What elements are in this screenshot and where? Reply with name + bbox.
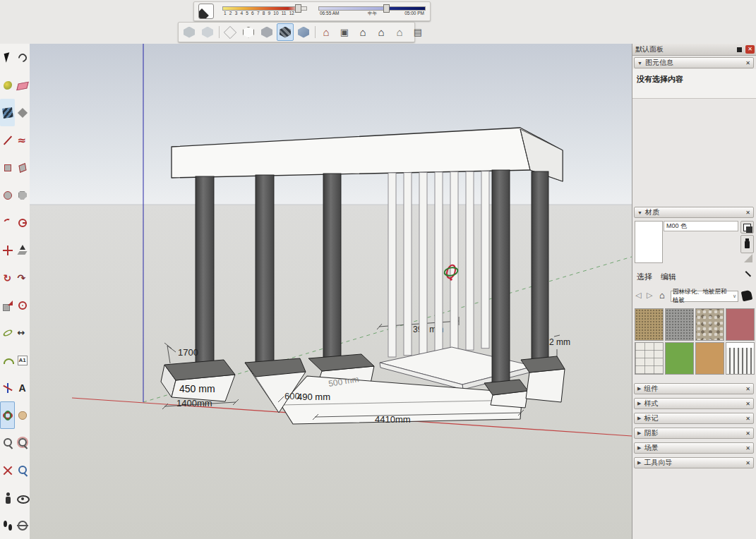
tool-rectangle[interactable] bbox=[0, 154, 15, 181]
tool-arc[interactable] bbox=[0, 209, 15, 236]
material-name-input[interactable] bbox=[664, 221, 738, 231]
entity-info-header[interactable]: ▼ 图元信息 ✕ bbox=[634, 57, 754, 68]
section-close-icon[interactable]: ✕ bbox=[745, 430, 750, 437]
viewport-canvas[interactable]: 390 mm bbox=[30, 44, 632, 539]
section-components[interactable]: ▶ 组件 ✕ bbox=[634, 383, 754, 394]
column-3[interactable] bbox=[323, 174, 341, 358]
tool-text[interactable] bbox=[15, 346, 30, 374]
tool-protractor[interactable] bbox=[0, 346, 15, 374]
tool-eraser[interactable] bbox=[15, 71, 30, 99]
tool-rotate[interactable] bbox=[0, 264, 15, 291]
style-xray[interactable] bbox=[181, 23, 198, 41]
time-slider-handle[interactable] bbox=[383, 4, 390, 13]
sample-paint-icon[interactable] bbox=[745, 270, 754, 279]
materials-close-icon[interactable]: ✕ bbox=[745, 210, 750, 216]
tool-circle[interactable] bbox=[0, 181, 15, 209]
style-shaded[interactable] bbox=[258, 23, 275, 41]
swatch-pavers[interactable] bbox=[635, 342, 664, 375]
tool-pie[interactable] bbox=[15, 209, 30, 236]
materials-header[interactable]: ▼ 材质 ✕ bbox=[634, 207, 754, 218]
display-secondary-pane-button[interactable] bbox=[740, 221, 754, 234]
pin-icon[interactable] bbox=[737, 47, 742, 52]
paint-bucket-icon[interactable] bbox=[741, 290, 753, 302]
tool-rotated-rectangle[interactable] bbox=[15, 154, 30, 181]
home-icon[interactable]: ⌂ bbox=[659, 290, 665, 301]
tool-push-pull[interactable] bbox=[15, 236, 30, 264]
view-left[interactable]: ▤ bbox=[409, 23, 426, 41]
section-close-icon[interactable]: ✕ bbox=[745, 401, 750, 407]
model-viewport[interactable]: 390 mm bbox=[30, 44, 632, 539]
tool-line[interactable] bbox=[0, 126, 15, 154]
section-close-icon[interactable]: ✕ bbox=[745, 386, 750, 392]
tool-3d-text[interactable] bbox=[15, 374, 30, 401]
section-close-icon[interactable]: ✕ bbox=[745, 416, 750, 422]
tool-lasso[interactable] bbox=[15, 44, 30, 71]
tool-polygon[interactable] bbox=[15, 181, 30, 209]
forward-arrow-icon[interactable]: ▷ bbox=[647, 291, 652, 300]
material-category-dropdown[interactable]: 园林绿化、地被层和植被 ∨ bbox=[671, 291, 738, 302]
style-wireframe[interactable] bbox=[222, 23, 239, 41]
column-4[interactable] bbox=[492, 170, 510, 383]
style-monochrome[interactable] bbox=[295, 23, 312, 41]
tool-position-camera[interactable] bbox=[0, 484, 15, 511]
footing-1[interactable]: 450 mm bbox=[161, 360, 235, 401]
swatch-fence-white[interactable] bbox=[726, 342, 755, 375]
section-styles[interactable]: ▶ 样式 ✕ bbox=[634, 398, 754, 409]
tool-section-plane[interactable] bbox=[15, 511, 30, 539]
tool-freehand[interactable] bbox=[15, 126, 30, 154]
create-material-button[interactable] bbox=[740, 235, 754, 253]
tool-pan[interactable] bbox=[15, 401, 30, 429]
tool-make-component[interactable] bbox=[0, 99, 15, 126]
view-iso[interactable]: ⌂ bbox=[318, 23, 335, 41]
section-shadows[interactable]: ▶ 阴影 ✕ bbox=[634, 428, 754, 439]
swatch-rose[interactable] bbox=[726, 308, 755, 341]
tool-solid-tools[interactable] bbox=[15, 99, 30, 126]
view-top[interactable]: ▣ bbox=[336, 23, 353, 41]
swatch-grass-green[interactable] bbox=[665, 342, 694, 375]
resize-corner[interactable] bbox=[744, 254, 752, 262]
shadow-toggle-icon[interactable] bbox=[198, 4, 214, 19]
tool-select[interactable] bbox=[0, 44, 15, 71]
style-hidden-line[interactable] bbox=[240, 23, 257, 41]
tool-look-around[interactable] bbox=[15, 484, 30, 511]
back-arrow-icon[interactable]: ◁ bbox=[635, 291, 641, 300]
tool-previous[interactable] bbox=[15, 456, 30, 484]
view-right[interactable]: ⌂ bbox=[373, 23, 390, 41]
tool-move[interactable] bbox=[0, 236, 15, 264]
column-5[interactable] bbox=[532, 171, 548, 360]
section-close-icon[interactable]: ✕ bbox=[745, 445, 750, 452]
tool-offset[interactable] bbox=[15, 291, 30, 319]
entity-info-close-icon[interactable]: ✕ bbox=[745, 60, 750, 66]
tool-zoom[interactable] bbox=[0, 429, 15, 456]
tab-select[interactable]: 选择 bbox=[637, 272, 652, 282]
tray-title-bar[interactable]: 默认面板 ✕ bbox=[632, 44, 756, 56]
tool-scale[interactable] bbox=[0, 291, 15, 319]
style-shaded-with-textures[interactable] bbox=[277, 23, 294, 41]
section-tags[interactable]: ▶ 标记 ✕ bbox=[634, 413, 754, 424]
column-2[interactable] bbox=[256, 175, 274, 363]
tool-axes[interactable] bbox=[0, 374, 15, 401]
view-front[interactable]: ⌂ bbox=[354, 23, 371, 41]
swatch-gravel-brown[interactable] bbox=[635, 308, 664, 341]
tool-tape-measure[interactable] bbox=[0, 319, 15, 346]
tab-edit[interactable]: 编辑 bbox=[661, 272, 676, 282]
tool-zoom-extents[interactable] bbox=[0, 456, 15, 484]
section-scenes[interactable]: ▶ 场景 ✕ bbox=[634, 442, 754, 454]
tool-walk[interactable] bbox=[0, 511, 15, 539]
shadow-time-slider[interactable]: 06:55 AM 中午 05:00 PM bbox=[318, 4, 426, 19]
tool-zoom-window[interactable] bbox=[15, 429, 30, 456]
tool-orbit[interactable] bbox=[0, 401, 15, 429]
tool-paint-bucket[interactable] bbox=[0, 71, 15, 99]
tray-close-button[interactable]: ✕ bbox=[745, 45, 755, 54]
swatch-tan[interactable] bbox=[695, 342, 724, 375]
section-instructor[interactable]: ▶ 工具向导 ✕ bbox=[634, 457, 754, 468]
column-1[interactable] bbox=[196, 176, 214, 365]
date-slider-handle[interactable] bbox=[295, 4, 301, 13]
view-back[interactable]: ⌂ bbox=[391, 23, 408, 41]
shadow-date-slider[interactable]: 123456789101112 bbox=[221, 4, 307, 19]
tool-dimension[interactable] bbox=[15, 319, 30, 346]
style-back-edges[interactable] bbox=[199, 23, 216, 41]
swatch-gravel-gray[interactable] bbox=[665, 308, 694, 341]
swatch-pebbles[interactable] bbox=[695, 308, 724, 341]
tool-follow-me[interactable] bbox=[15, 264, 30, 291]
